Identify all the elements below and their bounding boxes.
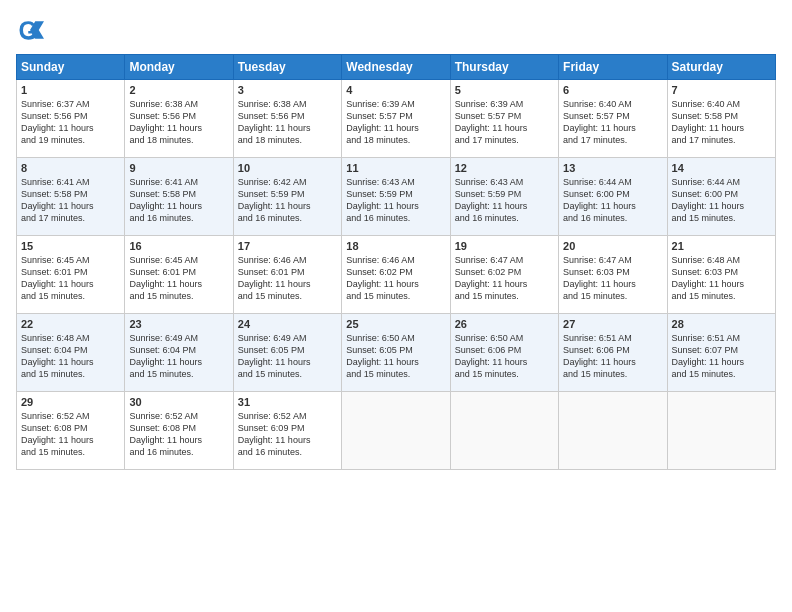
day-number: 13	[563, 162, 662, 174]
calendar-cell: 4 Sunrise: 6:39 AMSunset: 5:57 PMDayligh…	[342, 80, 450, 158]
day-number: 17	[238, 240, 337, 252]
day-number: 23	[129, 318, 228, 330]
calendar-cell: 17 Sunrise: 6:46 AMSunset: 6:01 PMDaylig…	[233, 236, 341, 314]
day-number: 1	[21, 84, 120, 96]
calendar-cell: 5 Sunrise: 6:39 AMSunset: 5:57 PMDayligh…	[450, 80, 558, 158]
calendar-cell: 12 Sunrise: 6:43 AMSunset: 5:59 PMDaylig…	[450, 158, 558, 236]
calendar-cell: 26 Sunrise: 6:50 AMSunset: 6:06 PMDaylig…	[450, 314, 558, 392]
calendar-cell: 11 Sunrise: 6:43 AMSunset: 5:59 PMDaylig…	[342, 158, 450, 236]
calendar-week-row: 29 Sunrise: 6:52 AMSunset: 6:08 PMDaylig…	[17, 392, 776, 470]
calendar-cell: 31 Sunrise: 6:52 AMSunset: 6:09 PMDaylig…	[233, 392, 341, 470]
day-number: 25	[346, 318, 445, 330]
calendar-cell: 1 Sunrise: 6:37 AMSunset: 5:56 PMDayligh…	[17, 80, 125, 158]
day-number: 4	[346, 84, 445, 96]
cell-info: Sunrise: 6:49 AMSunset: 6:05 PMDaylight:…	[238, 333, 311, 379]
day-number: 24	[238, 318, 337, 330]
day-number: 14	[672, 162, 771, 174]
calendar-week-row: 22 Sunrise: 6:48 AMSunset: 6:04 PMDaylig…	[17, 314, 776, 392]
day-number: 5	[455, 84, 554, 96]
weekday-header-tuesday: Tuesday	[233, 55, 341, 80]
cell-info: Sunrise: 6:43 AMSunset: 5:59 PMDaylight:…	[346, 177, 419, 223]
cell-info: Sunrise: 6:48 AMSunset: 6:04 PMDaylight:…	[21, 333, 94, 379]
cell-info: Sunrise: 6:48 AMSunset: 6:03 PMDaylight:…	[672, 255, 745, 301]
calendar-cell: 13 Sunrise: 6:44 AMSunset: 6:00 PMDaylig…	[559, 158, 667, 236]
cell-info: Sunrise: 6:41 AMSunset: 5:58 PMDaylight:…	[129, 177, 202, 223]
cell-info: Sunrise: 6:39 AMSunset: 5:57 PMDaylight:…	[346, 99, 419, 145]
calendar-cell: 27 Sunrise: 6:51 AMSunset: 6:06 PMDaylig…	[559, 314, 667, 392]
day-number: 30	[129, 396, 228, 408]
calendar-cell: 24 Sunrise: 6:49 AMSunset: 6:05 PMDaylig…	[233, 314, 341, 392]
cell-info: Sunrise: 6:46 AMSunset: 6:01 PMDaylight:…	[238, 255, 311, 301]
header	[16, 16, 776, 44]
day-number: 9	[129, 162, 228, 174]
calendar-cell: 28 Sunrise: 6:51 AMSunset: 6:07 PMDaylig…	[667, 314, 775, 392]
weekday-header-row: SundayMondayTuesdayWednesdayThursdayFrid…	[17, 55, 776, 80]
day-number: 15	[21, 240, 120, 252]
cell-info: Sunrise: 6:44 AMSunset: 6:00 PMDaylight:…	[672, 177, 745, 223]
calendar-cell	[450, 392, 558, 470]
calendar-cell: 18 Sunrise: 6:46 AMSunset: 6:02 PMDaylig…	[342, 236, 450, 314]
calendar-cell: 22 Sunrise: 6:48 AMSunset: 6:04 PMDaylig…	[17, 314, 125, 392]
cell-info: Sunrise: 6:41 AMSunset: 5:58 PMDaylight:…	[21, 177, 94, 223]
calendar-cell	[559, 392, 667, 470]
day-number: 28	[672, 318, 771, 330]
day-number: 21	[672, 240, 771, 252]
day-number: 29	[21, 396, 120, 408]
calendar-week-row: 8 Sunrise: 6:41 AMSunset: 5:58 PMDayligh…	[17, 158, 776, 236]
logo	[16, 16, 48, 44]
day-number: 26	[455, 318, 554, 330]
cell-info: Sunrise: 6:46 AMSunset: 6:02 PMDaylight:…	[346, 255, 419, 301]
calendar-week-row: 15 Sunrise: 6:45 AMSunset: 6:01 PMDaylig…	[17, 236, 776, 314]
logo-icon	[16, 16, 44, 44]
cell-info: Sunrise: 6:47 AMSunset: 6:03 PMDaylight:…	[563, 255, 636, 301]
cell-info: Sunrise: 6:42 AMSunset: 5:59 PMDaylight:…	[238, 177, 311, 223]
calendar-cell: 6 Sunrise: 6:40 AMSunset: 5:57 PMDayligh…	[559, 80, 667, 158]
day-number: 27	[563, 318, 662, 330]
calendar-cell: 19 Sunrise: 6:47 AMSunset: 6:02 PMDaylig…	[450, 236, 558, 314]
calendar-cell: 29 Sunrise: 6:52 AMSunset: 6:08 PMDaylig…	[17, 392, 125, 470]
cell-info: Sunrise: 6:50 AMSunset: 6:05 PMDaylight:…	[346, 333, 419, 379]
cell-info: Sunrise: 6:52 AMSunset: 6:08 PMDaylight:…	[21, 411, 94, 457]
calendar-cell: 30 Sunrise: 6:52 AMSunset: 6:08 PMDaylig…	[125, 392, 233, 470]
day-number: 19	[455, 240, 554, 252]
calendar-cell: 3 Sunrise: 6:38 AMSunset: 5:56 PMDayligh…	[233, 80, 341, 158]
weekday-header-wednesday: Wednesday	[342, 55, 450, 80]
calendar-cell: 2 Sunrise: 6:38 AMSunset: 5:56 PMDayligh…	[125, 80, 233, 158]
cell-info: Sunrise: 6:49 AMSunset: 6:04 PMDaylight:…	[129, 333, 202, 379]
calendar-table: SundayMondayTuesdayWednesdayThursdayFrid…	[16, 54, 776, 470]
cell-info: Sunrise: 6:52 AMSunset: 6:09 PMDaylight:…	[238, 411, 311, 457]
calendar-cell: 9 Sunrise: 6:41 AMSunset: 5:58 PMDayligh…	[125, 158, 233, 236]
cell-info: Sunrise: 6:39 AMSunset: 5:57 PMDaylight:…	[455, 99, 528, 145]
cell-info: Sunrise: 6:52 AMSunset: 6:08 PMDaylight:…	[129, 411, 202, 457]
cell-info: Sunrise: 6:45 AMSunset: 6:01 PMDaylight:…	[129, 255, 202, 301]
day-number: 10	[238, 162, 337, 174]
calendar-cell: 8 Sunrise: 6:41 AMSunset: 5:58 PMDayligh…	[17, 158, 125, 236]
cell-info: Sunrise: 6:38 AMSunset: 5:56 PMDaylight:…	[129, 99, 202, 145]
day-number: 22	[21, 318, 120, 330]
calendar-cell	[667, 392, 775, 470]
day-number: 3	[238, 84, 337, 96]
calendar-container: SundayMondayTuesdayWednesdayThursdayFrid…	[0, 0, 792, 612]
day-number: 2	[129, 84, 228, 96]
calendar-cell: 7 Sunrise: 6:40 AMSunset: 5:58 PMDayligh…	[667, 80, 775, 158]
cell-info: Sunrise: 6:47 AMSunset: 6:02 PMDaylight:…	[455, 255, 528, 301]
cell-info: Sunrise: 6:51 AMSunset: 6:06 PMDaylight:…	[563, 333, 636, 379]
day-number: 16	[129, 240, 228, 252]
weekday-header-thursday: Thursday	[450, 55, 558, 80]
cell-info: Sunrise: 6:45 AMSunset: 6:01 PMDaylight:…	[21, 255, 94, 301]
cell-info: Sunrise: 6:43 AMSunset: 5:59 PMDaylight:…	[455, 177, 528, 223]
cell-info: Sunrise: 6:51 AMSunset: 6:07 PMDaylight:…	[672, 333, 745, 379]
day-number: 20	[563, 240, 662, 252]
day-number: 31	[238, 396, 337, 408]
calendar-cell: 16 Sunrise: 6:45 AMSunset: 6:01 PMDaylig…	[125, 236, 233, 314]
cell-info: Sunrise: 6:40 AMSunset: 5:58 PMDaylight:…	[672, 99, 745, 145]
day-number: 7	[672, 84, 771, 96]
cell-info: Sunrise: 6:40 AMSunset: 5:57 PMDaylight:…	[563, 99, 636, 145]
cell-info: Sunrise: 6:38 AMSunset: 5:56 PMDaylight:…	[238, 99, 311, 145]
cell-info: Sunrise: 6:50 AMSunset: 6:06 PMDaylight:…	[455, 333, 528, 379]
cell-info: Sunrise: 6:44 AMSunset: 6:00 PMDaylight:…	[563, 177, 636, 223]
day-number: 12	[455, 162, 554, 174]
weekday-header-sunday: Sunday	[17, 55, 125, 80]
calendar-cell: 25 Sunrise: 6:50 AMSunset: 6:05 PMDaylig…	[342, 314, 450, 392]
day-number: 11	[346, 162, 445, 174]
